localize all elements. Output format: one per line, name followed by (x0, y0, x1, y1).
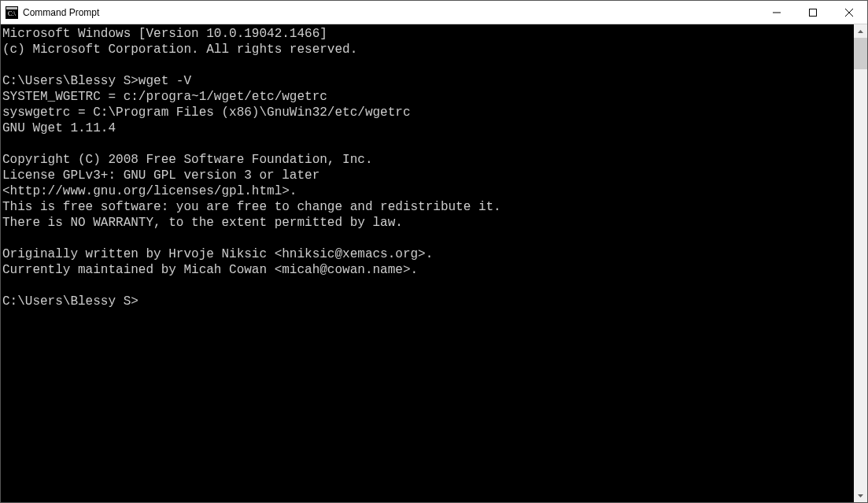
terminal-output[interactable]: Microsoft Windows [Version 10.0.19042.14… (1, 24, 854, 502)
scroll-thumb[interactable] (854, 38, 867, 69)
command-prompt-window: C:\ Command Prompt Microsoft Windows [Ve… (0, 0, 868, 503)
svg-marker-8 (858, 30, 863, 33)
client-area: Microsoft Windows [Version 10.0.19042.14… (1, 24, 867, 502)
scroll-track[interactable] (854, 38, 867, 489)
close-button[interactable] (831, 1, 867, 24)
scroll-up-arrow-icon[interactable] (854, 24, 867, 38)
terminal-line (2, 57, 854, 73)
window-title: Command Prompt (23, 7, 99, 18)
terminal-line: There is NO WARRANTY, to the extent perm… (2, 215, 854, 231)
terminal-line (2, 278, 854, 294)
terminal-line: License GPLv3+: GNU GPL version 3 or lat… (2, 168, 854, 183)
scroll-down-arrow-icon[interactable] (854, 489, 867, 502)
svg-marker-9 (858, 494, 863, 497)
terminal-line: SYSTEM_WGETRC = c:/progra~1/wget/etc/wge… (2, 89, 854, 105)
terminal-line: syswgetrc = C:\Program Files (x86)\GnuWi… (2, 105, 854, 120)
svg-text:C:\: C:\ (8, 10, 17, 17)
terminal-line (2, 231, 854, 246)
terminal-line: Originally written by Hrvoje Niksic <hni… (2, 246, 854, 262)
terminal-line: GNU Wget 1.11.4 (2, 120, 854, 136)
svg-rect-5 (810, 9, 817, 16)
vertical-scrollbar[interactable] (854, 24, 867, 502)
svg-rect-1 (6, 7, 17, 9)
terminal-line: C:\Users\Blessy S>wget -V (2, 73, 854, 89)
maximize-icon (809, 9, 817, 17)
minimize-button[interactable] (759, 1, 795, 24)
terminal-line: Currently maintained by Micah Cowan <mic… (2, 262, 854, 278)
minimize-icon (773, 9, 781, 17)
cmd-icon: C:\ (6, 6, 18, 19)
terminal-line: <http://www.gnu.org/licenses/gpl.html>. (2, 183, 854, 199)
maximize-button[interactable] (795, 1, 831, 24)
terminal-line (2, 136, 854, 152)
terminal-line: Copyright (C) 2008 Free Software Foundat… (2, 152, 854, 168)
terminal-line: (c) Microsoft Corporation. All rights re… (2, 42, 854, 57)
close-icon (845, 9, 853, 17)
terminal-line: C:\Users\Blessy S> (2, 294, 854, 309)
terminal-line: Microsoft Windows [Version 10.0.19042.14… (2, 26, 854, 42)
terminal-line: This is free software: you are free to c… (2, 199, 854, 215)
titlebar[interactable]: C:\ Command Prompt (1, 1, 867, 24)
